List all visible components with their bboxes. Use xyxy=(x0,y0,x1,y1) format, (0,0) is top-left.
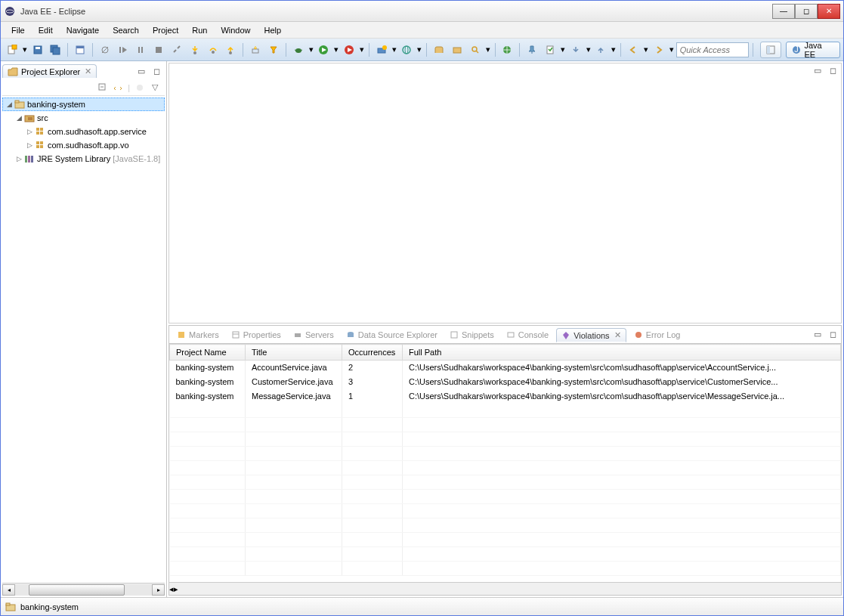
tree-src-folder[interactable]: ◢ src xyxy=(2,111,165,125)
menu-edit[interactable]: Edit xyxy=(32,24,59,36)
scroll-right-button[interactable]: ▸ xyxy=(152,584,165,596)
col-title[interactable]: Title xyxy=(246,345,342,361)
col-project-name[interactable]: Project Name xyxy=(170,345,246,361)
new-web-button[interactable] xyxy=(399,42,416,58)
col-occurrences[interactable]: Occurrences xyxy=(342,345,403,361)
new-server-dropdown[interactable]: ▾ xyxy=(391,42,397,58)
table-hscrollbar[interactable]: ◂ ▸ xyxy=(169,582,841,595)
new-button[interactable] xyxy=(4,42,20,58)
search-dropdown[interactable]: ▾ xyxy=(485,42,491,58)
table-row[interactable]: banking-systemMessageService.java1C:\Use… xyxy=(170,389,841,404)
open-task-button[interactable] xyxy=(449,42,465,58)
resume-button[interactable] xyxy=(115,42,131,58)
scroll-right-button[interactable]: ▸ xyxy=(174,584,178,594)
menu-project[interactable]: Project xyxy=(147,24,184,36)
maximize-button[interactable]: ◻ xyxy=(795,4,818,19)
run-last-button[interactable] xyxy=(341,42,357,58)
tab-snippets[interactable]: Snippets xyxy=(445,329,499,341)
menu-help[interactable]: Help xyxy=(258,24,288,36)
run-last-dropdown[interactable]: ▾ xyxy=(359,42,365,58)
table-row[interactable]: banking-systemAccountService.java2C:\Use… xyxy=(170,361,841,375)
minimize-panel-button[interactable]: ▭ xyxy=(812,330,823,340)
project-tree[interactable]: ◢ banking-system ◢ src ▷ com.sudhasoft.a… xyxy=(2,96,165,583)
menu-search[interactable]: Search xyxy=(107,24,145,36)
close-view-button[interactable]: ✕ xyxy=(85,67,91,76)
step-return-button[interactable] xyxy=(222,42,239,58)
maximize-view-button[interactable]: ◻ xyxy=(151,66,162,76)
expand-icon[interactable]: ▷ xyxy=(14,155,23,163)
scroll-left-button[interactable]: ◂ xyxy=(2,584,15,596)
step-into-button[interactable] xyxy=(187,42,203,58)
quick-access-input[interactable] xyxy=(676,42,749,57)
disconnect-button[interactable] xyxy=(168,42,185,58)
menu-file[interactable]: File xyxy=(5,24,31,36)
minimize-view-button[interactable]: ▭ xyxy=(136,66,147,76)
search-button[interactable] xyxy=(467,42,484,58)
terminate-button[interactable] xyxy=(150,42,167,58)
table-row[interactable]: banking-systemCustomerService.java3C:\Us… xyxy=(170,375,841,389)
next-annotation-dropdown[interactable]: ▾ xyxy=(586,42,592,58)
step-filters-button[interactable] xyxy=(265,42,282,58)
back-button[interactable] xyxy=(625,42,642,58)
tree-package-vo[interactable]: ▷ com.sudhasoft.app.vo xyxy=(2,138,165,152)
menu-run[interactable]: Run xyxy=(186,24,213,36)
toggle-breadcrumb-button[interactable] xyxy=(72,42,88,58)
debug-dropdown[interactable]: ▾ xyxy=(308,42,314,58)
prev-annotation-button[interactable] xyxy=(592,42,609,58)
back-dropdown[interactable]: ▾ xyxy=(643,42,649,58)
skip-breakpoints-button[interactable] xyxy=(97,42,113,58)
close-tab-button[interactable]: ✕ xyxy=(614,330,621,340)
maximize-panel-button[interactable]: ◻ xyxy=(827,330,838,340)
save-all-button[interactable] xyxy=(47,42,63,58)
save-button[interactable] xyxy=(29,42,46,58)
tree-package-service[interactable]: ▷ com.sudhasoft.app.service xyxy=(2,125,165,138)
collapse-all-button[interactable] xyxy=(97,82,108,93)
tab-properties[interactable]: Properties xyxy=(227,329,286,341)
step-over-button[interactable] xyxy=(205,42,221,58)
run-button[interactable] xyxy=(316,42,332,58)
suspend-button[interactable] xyxy=(133,42,150,58)
run-dropdown[interactable]: ▾ xyxy=(333,42,339,58)
new-dropdown[interactable]: ▾ xyxy=(22,42,28,58)
toggle-mark-button[interactable] xyxy=(542,42,558,58)
focus-task-button[interactable] xyxy=(134,82,145,93)
forward-dropdown[interactable]: ▾ xyxy=(669,42,675,58)
expand-icon[interactable]: ▷ xyxy=(25,128,34,135)
col-full-path[interactable]: Full Path xyxy=(403,345,841,361)
tab-data-source-explorer[interactable]: Data Source Explorer xyxy=(342,329,442,341)
minimize-button[interactable]: — xyxy=(772,4,795,19)
prev-annotation-dropdown[interactable]: ▾ xyxy=(611,42,617,58)
minimize-editor-button[interactable]: ▭ xyxy=(812,65,823,76)
new-server-button[interactable] xyxy=(373,42,390,58)
toggle-mark-dropdown[interactable]: ▾ xyxy=(560,42,566,58)
scroll-thumb[interactable] xyxy=(29,584,125,596)
tab-console[interactable]: Console xyxy=(502,329,553,341)
forward-button[interactable] xyxy=(651,42,667,58)
tab-markers[interactable]: Markers xyxy=(172,329,224,341)
tree-jre-library[interactable]: ▷ JRE System Library [JavaSE-1.8] xyxy=(2,152,165,166)
expand-icon[interactable]: ◢ xyxy=(5,101,14,108)
link-editor-button[interactable] xyxy=(113,82,123,93)
pin-editor-button[interactable] xyxy=(524,42,540,58)
violations-table-wrap[interactable]: Project Name Title Occurrences Full Path… xyxy=(169,344,841,582)
menu-navigate[interactable]: Navigate xyxy=(60,24,105,36)
open-perspective-button[interactable] xyxy=(760,42,781,58)
open-browser-button[interactable] xyxy=(499,42,516,58)
expand-icon[interactable]: ◢ xyxy=(14,114,23,122)
tab-error-log[interactable]: Error Log xyxy=(629,329,685,341)
explorer-hscrollbar[interactable]: ◂ ▸ xyxy=(2,583,165,596)
project-explorer-tab[interactable]: Project Explorer ✕ xyxy=(2,64,97,78)
tree-project-root[interactable]: ◢ banking-system xyxy=(2,98,165,111)
expand-icon[interactable]: ▷ xyxy=(25,141,34,149)
tab-violations[interactable]: Violations✕ xyxy=(556,328,626,342)
tab-servers[interactable]: Servers xyxy=(289,329,339,341)
view-menu-button[interactable]: ▽ xyxy=(150,82,160,93)
maximize-editor-button[interactable]: ◻ xyxy=(827,65,838,76)
debug-button[interactable] xyxy=(290,42,307,58)
java-ee-perspective-button[interactable]: J Java EE xyxy=(786,42,840,58)
menu-window[interactable]: Window xyxy=(215,24,256,36)
open-type-button[interactable] xyxy=(431,42,447,58)
new-web-dropdown[interactable]: ▾ xyxy=(416,42,422,58)
close-button[interactable]: ✕ xyxy=(818,4,840,19)
drop-to-frame-button[interactable] xyxy=(247,42,264,58)
